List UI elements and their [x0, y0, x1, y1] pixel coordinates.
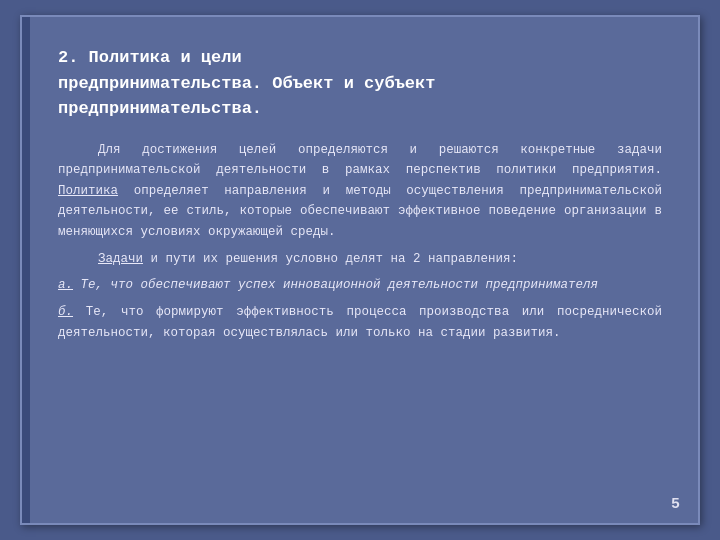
indent	[58, 140, 98, 161]
title-line1: 2. Политика и цели	[58, 48, 242, 67]
title-line2: предпринимательства. Объект и субъект	[58, 74, 435, 93]
para1-text: Для достижения целей определяются и реша…	[58, 143, 662, 178]
left-bar	[22, 17, 30, 523]
slide-number: 5	[671, 496, 680, 513]
paragraph-1: Для достижения целей определяются и реша…	[58, 140, 662, 243]
item-b-label: б.	[58, 305, 73, 319]
slide-title: 2. Политика и цели предпринимательства. …	[58, 45, 662, 122]
item-b-text: Те, что формируют эффективность процесса…	[58, 305, 662, 340]
list-item-a: а. Те, что обеспечивают успех инновацион…	[58, 275, 662, 296]
para1-cont: определяет направления и методы осуществ…	[58, 184, 662, 239]
title-line3: предпринимательства.	[58, 99, 262, 118]
para1-link[interactable]: Политика	[58, 184, 118, 198]
para2-cont: и пути их решения условно делят на 2 нап…	[151, 252, 519, 266]
indent2	[58, 249, 98, 270]
list-item-b: б. Те, что формируют эффективность проце…	[58, 302, 662, 343]
para2-link[interactable]: Задачи	[98, 252, 143, 266]
paragraph-2: Задачи и пути их решения условно делят н…	[58, 249, 662, 270]
slide: 2. Политика и цели предпринимательства. …	[20, 15, 700, 525]
item-a-label: а.	[58, 278, 73, 292]
slide-body: Для достижения целей определяются и реша…	[58, 140, 662, 344]
item-a-text: Те, что обеспечивают успех инновационной…	[81, 278, 599, 292]
